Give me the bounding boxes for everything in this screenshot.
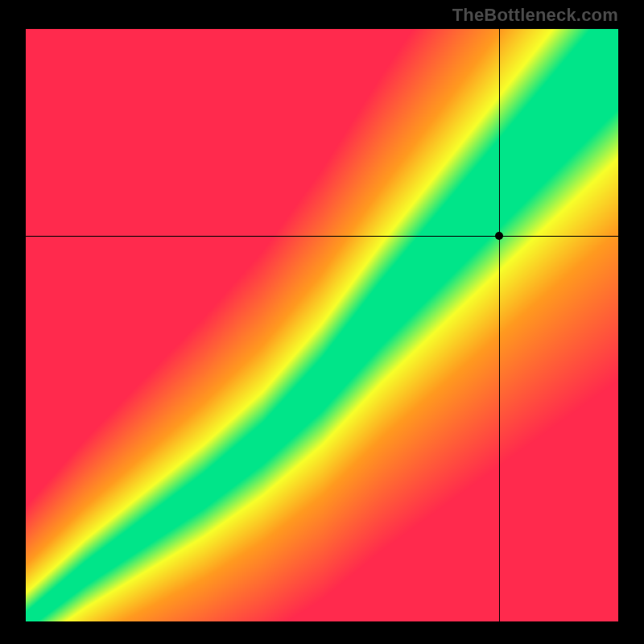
watermark-text: TheBottleneck.com xyxy=(452,5,618,26)
crosshair-horizontal xyxy=(26,236,618,237)
heatmap-canvas xyxy=(26,29,618,621)
plot-area xyxy=(26,29,618,621)
crosshair-vertical xyxy=(499,29,500,621)
marker-point xyxy=(495,232,503,240)
chart-frame: TheBottleneck.com xyxy=(0,0,644,644)
